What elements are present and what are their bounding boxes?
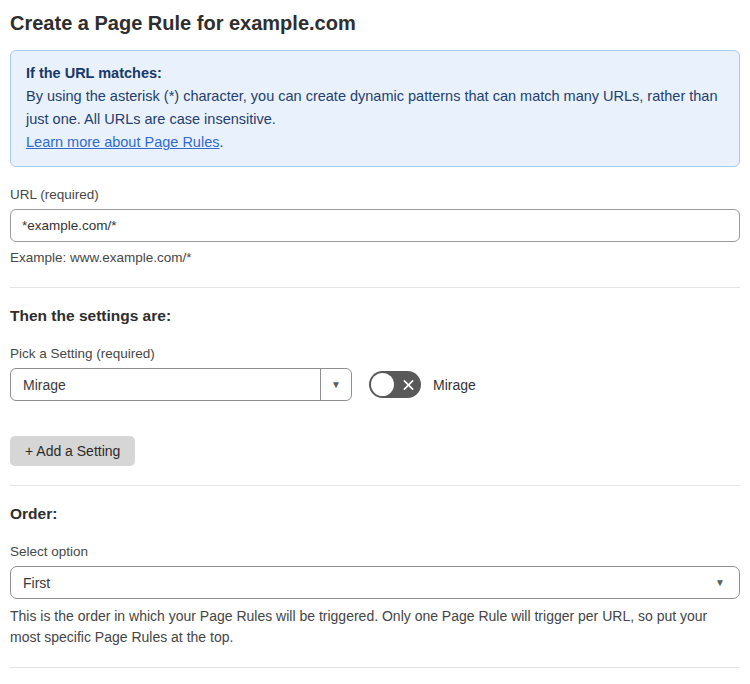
url-match-info-box: If the URL matches: By using the asteris…	[10, 50, 740, 167]
url-input[interactable]	[10, 209, 740, 242]
url-field-label: URL (required)	[10, 187, 740, 202]
order-helper-text: This is the order in which your Page Rul…	[10, 606, 730, 648]
setting-select-value: Mirage	[11, 369, 320, 400]
order-section-heading: Order:	[10, 505, 740, 523]
toggle-setting-label: Mirage	[433, 377, 476, 393]
setting-row: Mirage ▼ Mirage	[10, 368, 740, 401]
url-field-helper: Example: www.example.com/*	[10, 248, 740, 268]
pick-setting-label: Pick a Setting (required)	[10, 346, 740, 361]
info-box-heading: If the URL matches:	[26, 62, 724, 85]
settings-section-heading: Then the settings are:	[10, 307, 740, 325]
order-select[interactable]: First ▼	[10, 566, 740, 599]
learn-more-link[interactable]: Learn more about Page Rules	[26, 134, 219, 150]
toggle-off-x-icon	[403, 379, 414, 390]
info-box-body: By using the asterisk (*) character, you…	[26, 85, 724, 131]
order-select-label: Select option	[10, 544, 740, 559]
add-setting-button[interactable]: + Add a Setting	[10, 436, 135, 466]
setting-select-arrow-button[interactable]: ▼	[320, 369, 351, 400]
order-select-value: First	[23, 575, 715, 591]
divider	[10, 287, 740, 288]
toggle-knob	[371, 373, 394, 396]
mirage-toggle[interactable]	[369, 371, 421, 398]
link-period: .	[219, 134, 223, 150]
page-title: Create a Page Rule for example.com	[10, 10, 740, 36]
create-page-rule-form: Create a Page Rule for example.com If th…	[0, 0, 750, 684]
divider	[10, 485, 740, 486]
setting-select[interactable]: Mirage ▼	[10, 368, 352, 401]
chevron-down-icon: ▼	[715, 577, 725, 588]
chevron-down-icon: ▼	[331, 379, 341, 390]
divider	[10, 667, 740, 668]
